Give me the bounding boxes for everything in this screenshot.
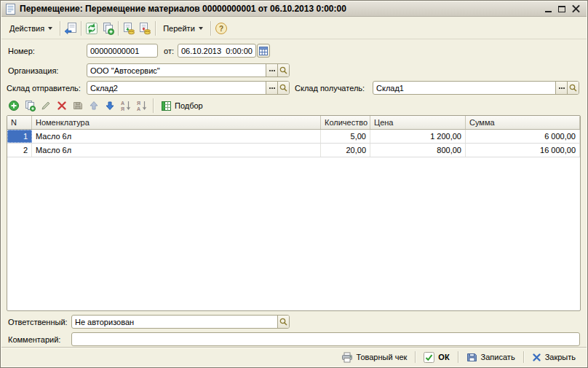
items-table: N Номенклатура Количество Цена Сумма 1 М… [7,115,581,311]
svg-text:?: ? [219,25,223,33]
toolbar-separator [60,21,60,36]
ok-button-label: ОК [438,353,449,361]
sum-cell[interactable]: 16 000,00 [466,144,580,157]
ellipsis-icon[interactable] [266,82,277,94]
printer-icon [341,352,353,363]
edit-icon[interactable] [39,98,53,113]
table-row[interactable]: 1 Масло 6л 5,00 1 200,00 6 000,00 [7,130,580,144]
maximize-icon[interactable] [558,6,565,12]
sum-cell[interactable]: 6 000,00 [466,130,580,143]
warehouse-from-input[interactable] [87,82,266,94]
refresh-icon[interactable] [84,20,100,36]
close-icon[interactable] [572,5,580,13]
grid-toolbar: АЯ ЯА Подбор [7,98,207,114]
quantity-cell[interactable]: 5,00 [321,130,370,143]
footer-bar: Товарный чек ОК Записать Закрыть [1,347,587,367]
table-row[interactable]: 2 Масло 6л 20,00 800,00 16 000,00 [7,144,580,157]
column-header-price[interactable]: Цена [370,116,466,129]
save-close-icon[interactable] [63,20,79,36]
svg-text:Я: Я [121,106,124,111]
warehouse-to-label: Склад получатель: [295,84,365,93]
warehouse-from-field [87,81,290,95]
number-label: Номер: [8,47,35,55]
warehouse-to-input[interactable] [373,82,555,94]
minimize-icon[interactable] [545,6,552,12]
comment-label: Комментарий: [8,335,60,344]
ok-check-icon [424,352,434,363]
toolbar-separator [81,21,82,36]
goto-menu-button[interactable]: Перейти [158,22,208,35]
document-icon [6,4,15,15]
copy-row-icon[interactable] [23,98,37,113]
quantity-cell[interactable]: 20,00 [321,144,370,157]
ellipsis-icon[interactable] [555,82,567,94]
toolbar-separator [153,98,154,113]
organization-label: Организация: [8,66,58,75]
row-number-cell-selected[interactable]: 1 [7,130,32,143]
window-title: Перемещение: Перемещение материалов 0000… [20,4,541,14]
magnifier-icon[interactable] [567,82,579,94]
toolbar-separator [210,21,211,36]
column-header-quantity[interactable]: Количество [321,116,370,129]
end-edit-icon[interactable] [71,98,85,113]
svg-text:А: А [121,101,124,106]
ellipsis-icon[interactable] [266,64,277,77]
magnifier-icon[interactable] [277,316,289,328]
svg-text:А: А [137,106,140,111]
date-field [178,44,256,58]
copy-document-icon[interactable] [100,20,116,36]
sort-asc-icon[interactable]: АЯ [119,98,133,113]
comment-field [71,332,580,346]
unpost-icon[interactable] [137,20,153,36]
toolbar-separator [118,21,119,36]
warehouse-from-label: Склад отправитель: [7,84,81,93]
sort-desc-icon[interactable]: ЯА [135,98,149,113]
magnifier-icon[interactable] [277,82,289,94]
pick-icon [161,101,172,111]
add-icon[interactable] [7,98,21,113]
goto-menu-label: Перейти [163,24,195,33]
toolbar-separator [155,21,156,36]
price-cell[interactable]: 1 200,00 [370,130,466,143]
pick-button[interactable]: Подбор [157,100,207,112]
comment-input[interactable] [72,333,579,345]
row-number-cell[interactable]: 2 [7,144,32,157]
actions-menu-button[interactable]: Действия [4,22,57,35]
chevron-down-icon [199,27,203,30]
nomenclature-cell[interactable]: Масло 6л [32,130,321,143]
close-x-icon [532,353,541,362]
save-button[interactable]: Записать [461,350,520,365]
close-button[interactable]: Закрыть [527,351,581,364]
column-header-n[interactable]: N [7,116,32,129]
number-input[interactable] [87,44,157,57]
move-up-icon[interactable] [87,98,101,113]
floppy-icon [466,352,477,363]
main-toolbar: Действия Перейти ? [1,17,587,39]
responsible-label: Ответственный: [8,318,68,326]
responsible-input[interactable] [72,316,277,328]
footer-separator [458,351,458,363]
footer-separator [523,351,524,363]
help-icon[interactable]: ? [213,20,229,36]
warehouse-to-field [373,81,579,95]
actions-menu-label: Действия [9,24,44,33]
move-down-icon[interactable] [103,98,117,113]
titlebar: Перемещение: Перемещение материалов 0000… [1,1,587,17]
nomenclature-cell[interactable]: Масло 6л [32,144,321,157]
ok-button[interactable]: ОК [418,350,454,365]
close-button-label: Закрыть [545,353,576,361]
number-field [87,44,158,58]
column-header-nomenclature[interactable]: Номенклатура [32,116,321,129]
price-cell[interactable]: 800,00 [370,144,466,157]
column-header-sum[interactable]: Сумма [466,116,580,129]
organization-input[interactable] [87,64,266,77]
receipt-button[interactable]: Товарный чек [336,350,413,365]
pick-button-label: Подбор [175,101,203,110]
delete-icon[interactable] [55,98,69,113]
post-icon[interactable] [121,20,137,36]
date-input[interactable] [178,44,255,57]
calendar-icon[interactable] [257,44,270,58]
responsible-field [71,315,290,329]
magnifier-icon[interactable] [277,64,289,77]
svg-text:Я: Я [137,101,140,106]
